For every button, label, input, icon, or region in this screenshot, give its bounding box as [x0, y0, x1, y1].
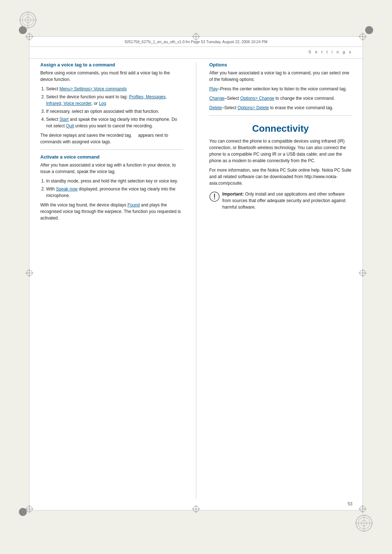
assign-steps-list: Select Menu> Settings> Voice commands Se… [40, 86, 183, 129]
activate-footer: With the voice tag found, the device dis… [40, 202, 183, 221]
activate-steps-list: In standby mode, press and hold the righ… [40, 178, 183, 199]
log-link: Log [99, 101, 106, 106]
bottom-ornament [355, 514, 373, 532]
activate-body1: After you have associated a voice tag wi… [40, 162, 183, 175]
connectivity-body1: You can connect the phone to a compatibl… [209, 138, 352, 164]
left-column: Assign a voice tag to a command Before u… [40, 62, 183, 499]
quit-link: Quit [66, 123, 74, 128]
speak-now-link: Speak now [56, 186, 77, 192]
file-bar: 9251758_6275i_1_en_au_oth_v1.0.fm Page 5… [29, 37, 363, 47]
connectivity-title: Connectivity [209, 123, 352, 134]
right-column: Options After you have associated a voic… [209, 62, 352, 499]
assign-step-1: Select Menu> Settings> Voice commands [46, 86, 183, 92]
header-divider [29, 58, 363, 59]
options-title: Options [209, 62, 352, 67]
option-play: Play–Press the center selection key to l… [209, 86, 352, 92]
settings-header: S e t t i n g s [309, 50, 352, 54]
divider1 [40, 149, 183, 150]
found-link: Found [127, 202, 140, 208]
assign-step-3: If necessary, select an option associate… [46, 108, 183, 115]
option-change: Change–Select Options> Change to change … [209, 95, 352, 102]
crosshair-br [359, 505, 367, 514]
divider2 [209, 115, 352, 116]
top-ornament [19, 11, 37, 29]
page-number: 53 [348, 501, 352, 506]
menu-settings-link: Menu> Settings> Voice commands [60, 86, 127, 91]
activate-step-2: With Speak now displayed, pronounce the … [46, 186, 183, 199]
two-columns: Assign a voice tag to a command Before u… [40, 62, 352, 499]
file-bar-text: 9251758_6275i_1_en_au_oth_v1.0.fm Page 5… [124, 40, 267, 44]
connectivity-body2: For more information, see the Nokia PC S… [209, 167, 352, 186]
option-delete: Delete–Select Options> Delete to erase t… [209, 104, 352, 111]
crosshair-bl [25, 505, 33, 514]
assign-step-4: Select Start and speak the voice tag cle… [46, 116, 183, 129]
important-note: Important: Only install and use applicat… [222, 191, 352, 210]
assign-footer: The device replays and saves the recorde… [40, 132, 183, 145]
start-link: Start [60, 117, 69, 122]
activate-title: Activate a voice command [40, 154, 183, 160]
assign-body1: Before using voice commands, you must fi… [40, 70, 183, 83]
crosshair-mb [192, 505, 200, 514]
options-body1: After you have associated a voice tag to… [209, 70, 352, 83]
crosshair-mr [359, 269, 367, 278]
important-box: Important: Only install and use applicat… [209, 191, 352, 210]
svg-point-35 [214, 198, 215, 200]
page: 9251758_6275i_1_en_au_oth_v1.0.fm Page 5… [0, 0, 392, 554]
crosshair-ml [25, 269, 33, 278]
content-area: 9251758_6275i_1_en_au_oth_v1.0.fm Page 5… [29, 36, 363, 510]
important-icon-img [209, 192, 220, 202]
assign-step-2: Select the device function you want to t… [46, 94, 183, 107]
column-divider [196, 62, 196, 499]
activate-step-1: In standby mode, press and hold the righ… [46, 178, 183, 184]
assign-voice-tag-title: Assign a voice tag to a command [40, 62, 183, 67]
